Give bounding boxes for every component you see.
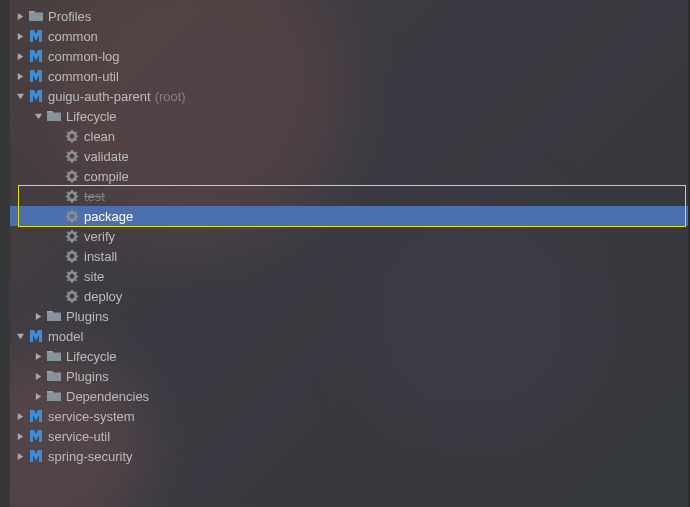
tree-item-label: Dependencies xyxy=(66,389,149,404)
tree-item-common-log[interactable]: common-log xyxy=(10,46,688,66)
tree-item-label: common-log xyxy=(48,49,120,64)
tree-item-dependencies[interactable]: Dependencies xyxy=(10,386,688,406)
expand-arrow-icon[interactable] xyxy=(32,310,44,322)
expand-arrow-icon[interactable] xyxy=(14,450,26,462)
tree-item-install[interactable]: install xyxy=(10,246,688,266)
tree-item-common-util[interactable]: common-util xyxy=(10,66,688,86)
expand-arrow-icon[interactable] xyxy=(14,70,26,82)
maven-icon xyxy=(28,428,44,444)
tree-item-site[interactable]: site xyxy=(10,266,688,286)
gear-icon xyxy=(64,288,80,304)
gear-icon xyxy=(64,188,80,204)
tree-item-verify[interactable]: verify xyxy=(10,226,688,246)
tree-item-profiles[interactable]: Profiles xyxy=(10,6,688,26)
maven-icon xyxy=(28,68,44,84)
maven-tree: Profilescommoncommon-logcommon-utilguigu… xyxy=(10,6,688,466)
expand-arrow-icon[interactable] xyxy=(14,30,26,42)
tree-item-package[interactable]: package xyxy=(10,206,688,226)
folder-icon xyxy=(46,348,62,364)
expand-arrow-icon[interactable] xyxy=(14,410,26,422)
maven-icon xyxy=(28,448,44,464)
expand-arrow-icon[interactable] xyxy=(14,50,26,62)
expand-arrow-icon[interactable] xyxy=(14,430,26,442)
gear-icon xyxy=(64,228,80,244)
tree-item-label: compile xyxy=(84,169,129,184)
tree-item-label: Plugins xyxy=(66,309,109,324)
tree-item-label: service-system xyxy=(48,409,135,424)
tree-item-label: common xyxy=(48,29,98,44)
tree-item-lifecycle[interactable]: Lifecycle xyxy=(10,346,688,366)
tree-item-label: spring-security xyxy=(48,449,133,464)
tree-item-label: deploy xyxy=(84,289,122,304)
tree-item-label: install xyxy=(84,249,117,264)
tree-item-label: validate xyxy=(84,149,129,164)
tree-item-test[interactable]: test xyxy=(10,186,688,206)
gear-icon xyxy=(64,128,80,144)
gutter-left xyxy=(0,0,10,507)
tree-item-label: Plugins xyxy=(66,369,109,384)
tree-item-common[interactable]: common xyxy=(10,26,688,46)
tree-item-compile[interactable]: compile xyxy=(10,166,688,186)
folder-icon xyxy=(28,8,44,24)
gear-icon xyxy=(64,208,80,224)
tree-item-label: common-util xyxy=(48,69,119,84)
gear-icon xyxy=(64,168,80,184)
expand-arrow-icon[interactable] xyxy=(14,10,26,22)
collapse-arrow-icon[interactable] xyxy=(32,110,44,122)
maven-icon xyxy=(28,88,44,104)
tree-item-hint: (root) xyxy=(155,89,186,104)
folder-icon xyxy=(46,388,62,404)
expand-arrow-icon[interactable] xyxy=(32,390,44,402)
tree-item-label: clean xyxy=(84,129,115,144)
tree-item-plugins[interactable]: Plugins xyxy=(10,306,688,326)
maven-icon xyxy=(28,408,44,424)
tree-item-deploy[interactable]: deploy xyxy=(10,286,688,306)
expand-arrow-icon[interactable] xyxy=(32,370,44,382)
tree-item-label: verify xyxy=(84,229,115,244)
tree-item-spring-security[interactable]: spring-security xyxy=(10,446,688,466)
tree-item-label: test xyxy=(84,189,105,204)
tree-item-label: package xyxy=(84,209,133,224)
gear-icon xyxy=(64,248,80,264)
folder-icon xyxy=(46,108,62,124)
expand-arrow-icon[interactable] xyxy=(32,350,44,362)
folder-icon xyxy=(46,368,62,384)
folder-icon xyxy=(46,308,62,324)
tree-item-guigu-auth-parent[interactable]: guigu-auth-parent(root) xyxy=(10,86,688,106)
maven-icon xyxy=(28,28,44,44)
collapse-arrow-icon[interactable] xyxy=(14,90,26,102)
tree-item-lifecycle[interactable]: Lifecycle xyxy=(10,106,688,126)
tree-item-service-util[interactable]: service-util xyxy=(10,426,688,446)
tree-item-label: service-util xyxy=(48,429,110,444)
tree-item-validate[interactable]: validate xyxy=(10,146,688,166)
tree-item-label: Lifecycle xyxy=(66,349,117,364)
gear-icon xyxy=(64,148,80,164)
maven-icon xyxy=(28,48,44,64)
tree-item-model[interactable]: model xyxy=(10,326,688,346)
gear-icon xyxy=(64,268,80,284)
maven-icon xyxy=(28,328,44,344)
tree-item-label: guigu-auth-parent xyxy=(48,89,151,104)
collapse-arrow-icon[interactable] xyxy=(14,330,26,342)
tree-item-clean[interactable]: clean xyxy=(10,126,688,146)
tree-item-label: Lifecycle xyxy=(66,109,117,124)
tree-item-label: site xyxy=(84,269,104,284)
tree-item-label: model xyxy=(48,329,83,344)
tree-item-service-system[interactable]: service-system xyxy=(10,406,688,426)
tree-item-plugins[interactable]: Plugins xyxy=(10,366,688,386)
tree-item-label: Profiles xyxy=(48,9,91,24)
